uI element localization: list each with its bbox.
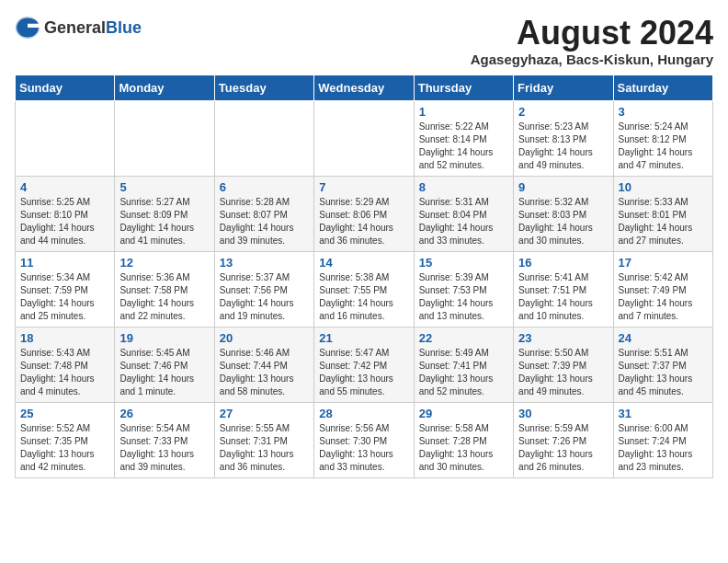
day-info: Sunrise: 5:24 AMSunset: 8:12 PMDaylight:… [619, 121, 708, 172]
day-info: Sunrise: 5:36 AMSunset: 7:58 PMDaylight:… [119, 271, 209, 323]
day-info: Sunrise: 5:37 AMSunset: 7:56 PMDaylight:… [220, 271, 309, 323]
day-info: Sunrise: 5:27 AMSunset: 8:09 PMDaylight:… [119, 196, 209, 247]
day-info: Sunrise: 5:52 AMSunset: 7:35 PMDaylight:… [20, 422, 109, 474]
day-number: 10 [619, 180, 708, 194]
logo-blue: Blue [106, 18, 142, 37]
calendar-cell-1-4: 8Sunrise: 5:31 AMSunset: 8:04 PMDaylight… [414, 176, 513, 251]
day-info: Sunrise: 5:51 AMSunset: 7:37 PMDaylight:… [619, 347, 708, 398]
day-number: 30 [518, 407, 608, 420]
calendar-cell-2-4: 15Sunrise: 5:39 AMSunset: 7:53 PMDayligh… [414, 251, 513, 327]
calendar-cell-3-2: 20Sunrise: 5:46 AMSunset: 7:44 PMDayligh… [214, 327, 313, 402]
day-info: Sunrise: 5:29 AMSunset: 8:06 PMDaylight:… [319, 196, 408, 247]
day-number: 4 [20, 180, 109, 194]
day-info: Sunrise: 5:58 AMSunset: 7:28 PMDaylight:… [419, 422, 508, 474]
week-row-5: 25Sunrise: 5:52 AMSunset: 7:35 PMDayligh… [16, 402, 713, 477]
calendar-cell-3-0: 18Sunrise: 5:43 AMSunset: 7:48 PMDayligh… [16, 327, 115, 402]
day-number: 7 [319, 180, 408, 194]
calendar-cell-1-2: 6Sunrise: 5:28 AMSunset: 8:07 PMDaylight… [214, 176, 313, 251]
day-info: Sunrise: 5:46 AMSunset: 7:44 PMDaylight:… [220, 347, 309, 398]
day-info: Sunrise: 5:28 AMSunset: 8:07 PMDaylight:… [220, 196, 309, 247]
day-number: 31 [619, 407, 708, 420]
day-number: 16 [518, 256, 608, 270]
day-info: Sunrise: 5:55 AMSunset: 7:31 PMDaylight:… [220, 422, 309, 474]
header-monday: Monday [115, 75, 214, 100]
calendar-cell-2-3: 14Sunrise: 5:38 AMSunset: 7:55 PMDayligh… [314, 251, 414, 327]
day-number: 20 [220, 331, 309, 345]
week-row-2: 4Sunrise: 5:25 AMSunset: 8:10 PMDaylight… [16, 176, 713, 251]
calendar-cell-4-2: 27Sunrise: 5:55 AMSunset: 7:31 PMDayligh… [214, 402, 313, 477]
day-number: 15 [419, 256, 508, 270]
day-number: 26 [119, 407, 209, 420]
day-number: 12 [119, 256, 209, 270]
day-info: Sunrise: 5:31 AMSunset: 8:04 PMDaylight:… [419, 196, 508, 247]
day-info: Sunrise: 5:32 AMSunset: 8:03 PMDaylight:… [518, 196, 608, 247]
calendar-cell-3-4: 22Sunrise: 5:49 AMSunset: 7:41 PMDayligh… [414, 327, 513, 402]
calendar-cell-0-2 [214, 100, 313, 176]
week-row-4: 18Sunrise: 5:43 AMSunset: 7:48 PMDayligh… [16, 327, 713, 402]
day-info: Sunrise: 5:56 AMSunset: 7:30 PMDaylight:… [319, 422, 408, 474]
day-info: Sunrise: 5:38 AMSunset: 7:55 PMDaylight:… [319, 271, 408, 323]
day-info: Sunrise: 5:50 AMSunset: 7:39 PMDaylight:… [518, 347, 608, 398]
calendar-cell-4-0: 25Sunrise: 5:52 AMSunset: 7:35 PMDayligh… [16, 402, 115, 477]
day-number: 2 [518, 105, 608, 119]
calendar-cell-0-4: 1Sunrise: 5:22 AMSunset: 8:14 PMDaylight… [414, 100, 513, 176]
header-sunday: Sunday [16, 75, 115, 100]
logo-general: General [44, 18, 106, 37]
calendar-cell-0-6: 3Sunrise: 5:24 AMSunset: 8:12 PMDaylight… [613, 100, 712, 176]
calendar-cell-4-3: 28Sunrise: 5:56 AMSunset: 7:30 PMDayligh… [314, 402, 414, 477]
calendar-cell-3-5: 23Sunrise: 5:50 AMSunset: 7:39 PMDayligh… [514, 327, 613, 402]
calendar-cell-3-3: 21Sunrise: 5:47 AMSunset: 7:42 PMDayligh… [314, 327, 414, 402]
calendar-cell-4-4: 29Sunrise: 5:58 AMSunset: 7:28 PMDayligh… [414, 402, 513, 477]
day-number: 21 [319, 331, 408, 345]
day-number: 19 [119, 331, 209, 345]
day-number: 27 [220, 407, 309, 420]
calendar-cell-2-0: 11Sunrise: 5:34 AMSunset: 7:59 PMDayligh… [16, 251, 115, 327]
day-info: Sunrise: 5:22 AMSunset: 8:14 PMDaylight:… [419, 121, 508, 172]
day-number: 22 [419, 331, 508, 345]
calendar-cell-2-1: 12Sunrise: 5:36 AMSunset: 7:58 PMDayligh… [115, 251, 214, 327]
day-info: Sunrise: 5:45 AMSunset: 7:46 PMDaylight:… [119, 347, 209, 398]
day-number: 25 [20, 407, 109, 420]
weekday-header-row: Sunday Monday Tuesday Wednesday Thursday… [16, 75, 713, 100]
calendar-cell-1-3: 7Sunrise: 5:29 AMSunset: 8:06 PMDaylight… [314, 176, 414, 251]
day-info: Sunrise: 6:00 AMSunset: 7:24 PMDaylight:… [619, 422, 708, 474]
day-info: Sunrise: 5:25 AMSunset: 8:10 PMDaylight:… [20, 196, 109, 247]
calendar-body: 1Sunrise: 5:22 AMSunset: 8:14 PMDaylight… [16, 100, 713, 477]
logo-wordmark: GeneralBlue [44, 18, 142, 38]
header-tuesday: Tuesday [214, 75, 313, 100]
day-info: Sunrise: 5:54 AMSunset: 7:33 PMDaylight:… [119, 422, 209, 474]
calendar-cell-0-5: 2Sunrise: 5:23 AMSunset: 8:13 PMDaylight… [514, 100, 613, 176]
calendar-header: Sunday Monday Tuesday Wednesday Thursday… [16, 75, 713, 100]
day-info: Sunrise: 5:23 AMSunset: 8:13 PMDaylight:… [518, 121, 608, 172]
day-number: 8 [419, 180, 508, 194]
day-info: Sunrise: 5:43 AMSunset: 7:48 PMDaylight:… [20, 347, 109, 398]
day-number: 17 [619, 256, 708, 270]
calendar-cell-4-5: 30Sunrise: 5:59 AMSunset: 7:26 PMDayligh… [514, 402, 613, 477]
calendar-cell-3-6: 24Sunrise: 5:51 AMSunset: 7:37 PMDayligh… [613, 327, 712, 402]
logo: GeneralBlue [15, 15, 142, 40]
day-number: 24 [619, 331, 708, 345]
header-saturday: Saturday [613, 75, 712, 100]
calendar-cell-3-1: 19Sunrise: 5:45 AMSunset: 7:46 PMDayligh… [115, 327, 214, 402]
header-wednesday: Wednesday [314, 75, 414, 100]
week-row-3: 11Sunrise: 5:34 AMSunset: 7:59 PMDayligh… [16, 251, 713, 327]
day-info: Sunrise: 5:41 AMSunset: 7:51 PMDaylight:… [518, 271, 608, 323]
title-section: August 2024 Agasegyhaza, Bacs-Kiskun, Hu… [471, 15, 713, 67]
month-title: August 2024 [471, 15, 713, 52]
day-number: 6 [220, 180, 309, 194]
day-info: Sunrise: 5:33 AMSunset: 8:01 PMDaylight:… [619, 196, 708, 247]
day-number: 1 [419, 105, 508, 119]
header-friday: Friday [514, 75, 613, 100]
day-info: Sunrise: 5:42 AMSunset: 7:49 PMDaylight:… [619, 271, 708, 323]
day-number: 13 [220, 256, 309, 270]
calendar-cell-4-6: 31Sunrise: 6:00 AMSunset: 7:24 PMDayligh… [613, 402, 712, 477]
day-info: Sunrise: 5:34 AMSunset: 7:59 PMDaylight:… [20, 271, 109, 323]
day-number: 23 [518, 331, 608, 345]
calendar-cell-2-2: 13Sunrise: 5:37 AMSunset: 7:56 PMDayligh… [214, 251, 313, 327]
day-number: 14 [319, 256, 408, 270]
location-subtitle: Agasegyhaza, Bacs-Kiskun, Hungary [471, 52, 713, 67]
day-number: 11 [20, 256, 109, 270]
day-number: 3 [619, 105, 708, 119]
day-number: 18 [20, 331, 109, 345]
day-number: 5 [119, 180, 209, 194]
